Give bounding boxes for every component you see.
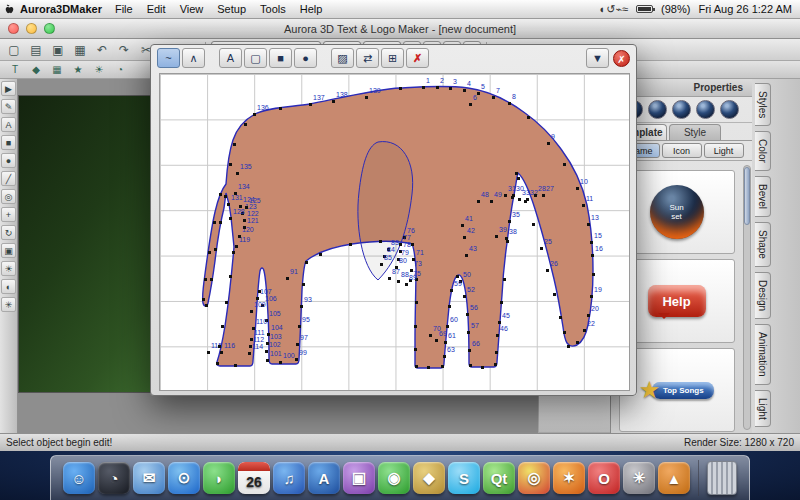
vertex-handle[interactable] <box>415 301 418 304</box>
menu-setup[interactable]: Setup <box>217 3 246 15</box>
save-icon[interactable]: ▣ <box>48 41 68 59</box>
vertex-handle[interactable] <box>243 226 246 229</box>
vertex-handle[interactable] <box>466 313 469 316</box>
vertex-handle[interactable] <box>490 200 493 203</box>
curve-tool[interactable]: ~ <box>157 48 180 68</box>
vertex-handle[interactable] <box>243 219 246 222</box>
vertex-handle[interactable] <box>532 223 535 226</box>
dock-item-opera[interactable]: O <box>588 462 620 494</box>
vertex-handle[interactable] <box>302 283 305 286</box>
vertex-handle[interactable] <box>295 358 298 361</box>
text-tool[interactable]: A <box>1 117 16 132</box>
vertex-handle[interactable] <box>443 355 446 358</box>
vertex-handle[interactable] <box>540 247 543 250</box>
menu-help[interactable]: Help <box>300 3 323 15</box>
vertex-handle[interactable] <box>553 293 556 296</box>
side-tab-bevel[interactable]: Bevel <box>755 176 771 217</box>
rect-tool[interactable]: ■ <box>269 48 292 68</box>
side-tab-styles[interactable]: Styles <box>755 83 771 126</box>
vertex-handle[interactable] <box>512 194 515 197</box>
vertex-handle[interactable] <box>234 192 237 195</box>
dock-item-messages[interactable]: ◗ <box>203 462 235 494</box>
transform-tool[interactable]: ⊞ <box>381 48 404 68</box>
vertex-handle[interactable] <box>213 221 216 224</box>
pan-tool[interactable]: + <box>1 207 16 222</box>
rect-tool[interactable]: ■ <box>1 135 16 150</box>
vertex-handle[interactable] <box>266 359 269 362</box>
vertex-handle[interactable] <box>298 325 301 328</box>
vertex-handle[interactable] <box>415 365 418 368</box>
node-edit-tool[interactable]: ✎ <box>1 99 16 114</box>
vertex-handle[interactable] <box>481 366 484 369</box>
vertex-handle[interactable] <box>494 363 497 366</box>
vertex-handle[interactable] <box>380 263 383 266</box>
vertex-handle[interactable] <box>503 278 506 281</box>
dock-item-safari[interactable]: ⊙ <box>168 462 200 494</box>
sphere-style-4[interactable] <box>696 100 715 119</box>
redo-icon[interactable]: ↷ <box>114 41 134 59</box>
vertex-handle[interactable] <box>349 243 352 246</box>
side-tab-animation[interactable]: Animation <box>755 324 771 384</box>
vertex-handle[interactable] <box>436 86 439 89</box>
vertex-handle[interactable] <box>444 341 447 344</box>
vertex-handle[interactable] <box>449 87 452 90</box>
vertex-handle[interactable] <box>332 100 335 103</box>
rotate-tool[interactable]: ↻ <box>1 225 16 240</box>
vertex-handle[interactable] <box>225 301 228 304</box>
ellipse-tool[interactable]: ● <box>294 48 317 68</box>
vertex-handle[interactable] <box>477 200 480 203</box>
export-icon[interactable]: ▦ <box>70 41 90 59</box>
side-tab-shape[interactable]: Shape <box>755 222 771 267</box>
vertex-handle[interactable] <box>590 241 593 244</box>
camera-tool[interactable]: ▣ <box>1 243 16 258</box>
vertex-handle[interactable] <box>265 350 268 353</box>
vertex-handle[interactable] <box>399 87 402 90</box>
vertex-handle[interactable] <box>238 235 241 238</box>
material-tool[interactable]: ◐ <box>1 279 16 294</box>
tab-style[interactable]: Style <box>669 124 721 140</box>
vertex-handle[interactable] <box>508 220 511 223</box>
vertex-handle[interactable] <box>365 96 368 99</box>
vertex-handle[interactable] <box>235 245 238 248</box>
scrollbar-thumb[interactable] <box>744 167 750 225</box>
vertex-handle[interactable] <box>496 334 499 337</box>
vertex-handle[interactable] <box>441 365 444 368</box>
dock-item-game-center[interactable]: ◆ <box>413 462 445 494</box>
dock-item-firefox[interactable]: ✶ <box>553 462 585 494</box>
zoom-tool[interactable]: ◎ <box>1 189 16 204</box>
vertex-handle[interactable] <box>208 251 211 254</box>
vertex-handle[interactable] <box>414 348 417 351</box>
sphere-style-2[interactable] <box>648 100 667 119</box>
vertex-handle[interactable] <box>219 193 222 196</box>
vertex-handle[interactable] <box>547 142 550 145</box>
dock-item-skype[interactable]: S <box>448 462 480 494</box>
vertex-handle[interactable] <box>506 240 509 243</box>
vertex-handle[interactable] <box>563 331 566 334</box>
light-tool[interactable]: ☀ <box>1 261 16 276</box>
vertex-handle[interactable] <box>399 243 402 246</box>
vertex-handle[interactable] <box>465 254 468 257</box>
template-scrollbar[interactable] <box>743 165 751 430</box>
apple-menu-icon[interactable] <box>0 3 18 15</box>
vertex-handle[interactable] <box>592 273 595 276</box>
dock-item-qt-creator[interactable]: Qt <box>483 462 515 494</box>
vertex-handle[interactable] <box>422 86 425 89</box>
mirror-tool[interactable]: ⇄ <box>356 48 379 68</box>
vertex-handle[interactable] <box>319 253 322 256</box>
app-menu[interactable]: Aurora3DMaker <box>20 3 102 15</box>
trash-icon[interactable] <box>707 461 737 495</box>
dock-item-calendar[interactable]: 26 <box>238 462 270 494</box>
vertex-handle[interactable] <box>229 163 232 166</box>
menu-file[interactable]: File <box>115 3 133 15</box>
vertex-handle[interactable] <box>411 243 414 246</box>
vertex-handle[interactable] <box>463 236 466 239</box>
vertex-handle[interactable] <box>218 345 221 348</box>
vertex-handle[interactable] <box>388 277 391 280</box>
vertex-handle[interactable] <box>202 298 205 301</box>
vertex-handle[interactable] <box>463 89 466 92</box>
dock-item-chrome[interactable]: ◎ <box>518 462 550 494</box>
new-document-icon[interactable]: ▢ <box>4 41 24 59</box>
vertex-handle[interactable] <box>576 187 579 190</box>
vertex-handle[interactable] <box>279 107 282 110</box>
vertex-handle[interactable] <box>469 364 472 367</box>
